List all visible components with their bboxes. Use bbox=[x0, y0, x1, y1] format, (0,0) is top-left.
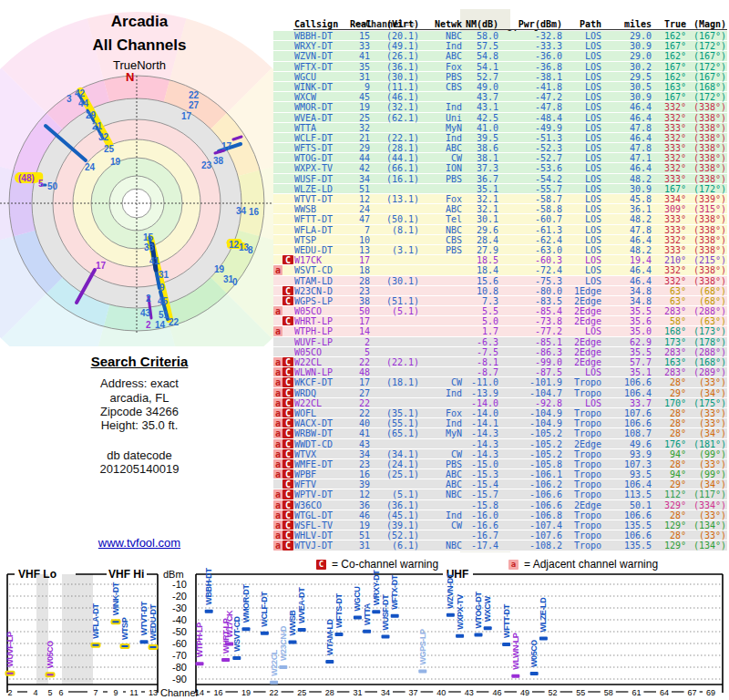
table-cell: 2Edge bbox=[562, 500, 601, 510]
co-channel-warning-marker bbox=[282, 92, 293, 101]
adjacent-warning-marker: a bbox=[273, 428, 282, 438]
table-cell: 1Edge bbox=[562, 286, 601, 295]
radar-channel-label: 2 bbox=[146, 293, 151, 304]
table-cell: 2Edge bbox=[562, 439, 601, 448]
table-cell: WSFL-TV bbox=[293, 520, 350, 530]
table-cell: 176° bbox=[652, 439, 686, 448]
table-cell: 29° bbox=[652, 388, 686, 397]
table-cell: LOS bbox=[562, 235, 601, 244]
table-cell: (99°) bbox=[686, 469, 726, 479]
table-cell: 57.7 bbox=[601, 357, 652, 366]
table-cell: 54.1 bbox=[462, 62, 498, 71]
table-cell: 19 bbox=[350, 102, 370, 111]
table-cell: ION bbox=[419, 163, 462, 172]
col-miles: miles bbox=[601, 19, 652, 29]
table-cell: WZVN-DT bbox=[293, 51, 350, 60]
table-cell: WFTX-DT bbox=[293, 62, 350, 71]
table-cell: -47.8 bbox=[498, 102, 562, 111]
table-cell: -16.6 bbox=[462, 520, 498, 530]
table-row: CWFTV39ABC-15.4-106.2Tropo106.429°(34°) bbox=[273, 479, 727, 489]
table-cell: LOS bbox=[562, 245, 601, 254]
table-row: aCWRDQ27Ind-13.9-104.7Tropo106.429°(34°) bbox=[273, 388, 727, 398]
adjacent-warning-marker: a bbox=[273, 357, 282, 366]
radar-channel-label: 2 bbox=[146, 320, 151, 330]
table-cell: 43.7 bbox=[462, 92, 498, 101]
table-cell: W17CK bbox=[293, 255, 350, 264]
adjacent-warning-marker: a bbox=[273, 377, 282, 386]
signal-marker-label: WFTT-DT bbox=[502, 603, 511, 638]
table-cell: -32.8 bbox=[498, 31, 562, 40]
co-channel-warning-marker: C bbox=[282, 479, 293, 489]
table-row: CWHRT-LP175.0-73.82Edge35.658°(63°) bbox=[273, 316, 727, 326]
table-group-header: ==Channel== ========Signal======== Dist … bbox=[273, 9, 729, 19]
adjacent-warning-marker: a bbox=[273, 469, 282, 479]
table-cell: 162° bbox=[652, 72, 686, 81]
table-cell bbox=[419, 367, 462, 376]
table-cell: (99°) bbox=[686, 449, 726, 458]
table-row: WFTT-DT47(50.1)Tel30.1-60.7LOS48.2333°(3… bbox=[273, 214, 727, 224]
co-channel-warning-marker: C bbox=[282, 388, 293, 397]
table-cell: (32.1) bbox=[370, 102, 419, 111]
signal-marker bbox=[539, 636, 548, 640]
adjacent-warning-marker bbox=[273, 72, 282, 81]
adjacent-warning-marker: a bbox=[273, 520, 282, 530]
table-cell: WINK-DT bbox=[293, 82, 350, 91]
table-cell: (11.1) bbox=[370, 82, 419, 91]
table-cell: 129° bbox=[652, 520, 686, 530]
signal-marker bbox=[475, 633, 483, 637]
table-cell: -60.3 bbox=[498, 255, 562, 264]
adjacent-warning-marker bbox=[273, 235, 282, 244]
table-cell: (34°) bbox=[686, 428, 726, 438]
col-virt: (Virt) bbox=[370, 19, 419, 29]
table-cell: 30.9 bbox=[601, 184, 652, 193]
table-cell: 42.5 bbox=[462, 113, 498, 122]
table-cell: 43.1 bbox=[462, 102, 498, 111]
adjacent-warning-marker bbox=[273, 163, 282, 172]
table-cell: WLZE-LD bbox=[293, 184, 350, 193]
table-cell: (26.1) bbox=[370, 51, 419, 60]
co-channel-warning-marker: C bbox=[282, 377, 293, 386]
table-cell: WACX-DT bbox=[293, 418, 350, 427]
table-cell: 107.6 bbox=[601, 408, 652, 417]
table-row: WUVF-LP2-6.3-85.12Edge62.9173°(178°) bbox=[273, 337, 727, 347]
table-cell: 108.7 bbox=[601, 428, 652, 438]
signal-marker-label: WBBH-DT bbox=[204, 568, 213, 605]
table-cell: 5.5 bbox=[462, 306, 498, 315]
table-cell: Tel bbox=[419, 214, 462, 223]
co-channel-warning-marker bbox=[282, 225, 293, 234]
table-cell: 283° bbox=[652, 367, 686, 376]
table-cell: 46.4 bbox=[601, 102, 652, 111]
table-cell: 22 bbox=[350, 408, 370, 417]
table-cell: WTPH-LP bbox=[293, 326, 350, 335]
table-cell: 283° bbox=[652, 347, 686, 356]
radar-channel-label: 41 bbox=[149, 256, 160, 266]
table-cell: LOS bbox=[562, 133, 601, 142]
table-cell: -15.4 bbox=[462, 479, 498, 489]
table-row: WXCW45(46.1)43.7-47.2LOS30.9167°(172°) bbox=[273, 92, 727, 102]
table-cell: 28 bbox=[350, 276, 370, 285]
table-cell: LOS bbox=[562, 113, 601, 122]
signal-marker bbox=[530, 672, 539, 675]
table-cell: 14 bbox=[350, 326, 370, 335]
table-cell: WOFL bbox=[293, 408, 350, 417]
table-cell: WXPX-TV bbox=[293, 163, 350, 172]
channel-tick: 9 bbox=[113, 688, 118, 697]
dbm-tick: -70 bbox=[172, 650, 187, 661]
signal-marker bbox=[121, 644, 129, 648]
tvfool-link[interactable]: www.tvfool.com bbox=[98, 536, 180, 550]
channel-tick: 40 bbox=[436, 688, 446, 697]
table-cell: -51.3 bbox=[498, 133, 562, 142]
table-cell: (6.1) bbox=[370, 540, 419, 550]
table-cell: LOS bbox=[562, 153, 601, 162]
table-cell: Ind bbox=[419, 133, 462, 142]
table-cell bbox=[419, 92, 462, 101]
table-cell: (50.1) bbox=[370, 214, 419, 223]
table-cell: (68°) bbox=[686, 286, 726, 295]
table-cell: (16.1) bbox=[370, 174, 419, 183]
table-row: aCWRBW-DT41(65.1)MyN-14.3-105.2Tropo108.… bbox=[273, 428, 727, 438]
channel-tick: 49 bbox=[520, 688, 529, 697]
table-cell: MyN bbox=[419, 123, 462, 132]
table-row: WWSB24ABC32.1-58.8LOS36.1309°(315°) bbox=[273, 204, 727, 214]
table-cell: 30.2 bbox=[601, 62, 652, 71]
table-cell: 30.5 bbox=[601, 82, 652, 91]
